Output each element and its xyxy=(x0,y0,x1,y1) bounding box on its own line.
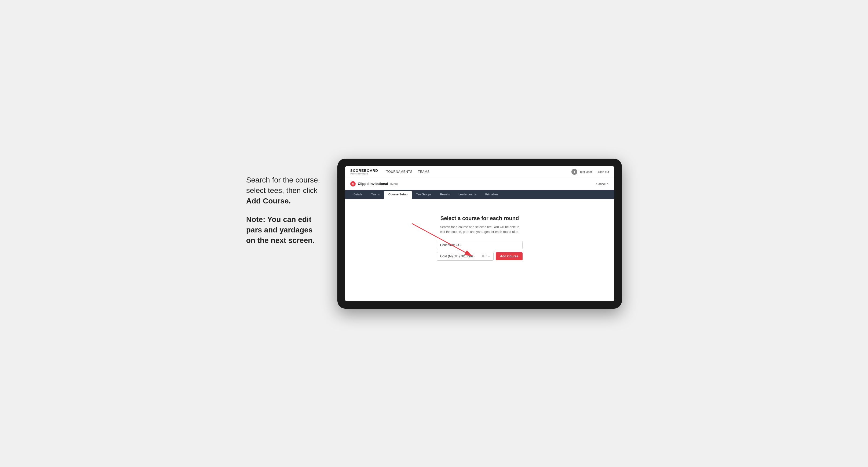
tab-details[interactable]: Details xyxy=(349,190,367,199)
main-content: Select a course for each round Search fo… xyxy=(345,199,614,301)
note-text: Note: You can edit pars and yardages on … xyxy=(246,214,321,246)
add-course-button[interactable]: Add Course xyxy=(496,252,523,260)
tournament-title: C Clippd Invitational (Men) xyxy=(350,181,398,187)
tab-printables[interactable]: Printables xyxy=(481,190,503,199)
section-subtitle: Search for a course and select a tee. Yo… xyxy=(439,225,520,234)
tab-course-setup[interactable]: Course Setup xyxy=(384,191,412,199)
tee-arrow-icon: ⌃⌄ xyxy=(485,254,490,258)
user-area: T Test User | Sign out xyxy=(571,169,609,175)
top-navbar: SCOREBOARD Powered by clippd TOURNAMENTS… xyxy=(345,166,614,178)
cancel-button[interactable]: Cancel ✕ xyxy=(596,182,609,185)
tab-navigation: Details Teams Course Setup Tee Groups Re… xyxy=(345,190,614,199)
tee-select-value: Gold (M) (M) (7010 yds) xyxy=(440,254,474,258)
instruction-text: Search for the course, select tees, then… xyxy=(246,175,321,207)
tee-clear-icon[interactable]: ✕ xyxy=(482,254,484,258)
logo-area: SCOREBOARD Powered by clippd xyxy=(350,168,378,175)
user-name: Test User xyxy=(580,170,592,174)
tournament-header: C Clippd Invitational (Men) Cancel ✕ xyxy=(345,178,614,190)
tab-teams[interactable]: Teams xyxy=(367,190,384,199)
tournament-icon: C xyxy=(350,181,355,187)
nav-links: TOURNAMENTS TEAMS xyxy=(386,170,571,174)
section-title: Select a course for each round xyxy=(440,215,519,221)
tab-results[interactable]: Results xyxy=(436,190,454,199)
sign-out-link[interactable]: Sign out xyxy=(598,170,609,174)
nav-teams[interactable]: TEAMS xyxy=(418,170,430,174)
user-avatar: T xyxy=(571,169,577,175)
tablet-device: SCOREBOARD Powered by clippd TOURNAMENTS… xyxy=(337,159,622,309)
tab-leaderboards[interactable]: Leaderboards xyxy=(454,190,481,199)
nav-tournaments[interactable]: TOURNAMENTS xyxy=(386,170,412,174)
tournament-gender: (Men) xyxy=(390,182,398,185)
tournament-name: Clippd Invitational xyxy=(358,182,388,186)
tablet-screen: SCOREBOARD Powered by clippd TOURNAMENTS… xyxy=(345,166,614,301)
course-search-input[interactable] xyxy=(437,241,523,249)
tee-select-dropdown[interactable]: Gold (M) (M) (7010 yds) ✕ ⌃⌄ xyxy=(437,252,494,260)
sidebar-instructions: Search for the course, select tees, then… xyxy=(246,159,321,254)
tee-select-controls: ✕ ⌃⌄ xyxy=(482,254,490,258)
divider: | xyxy=(595,170,596,174)
logo-subtitle: Powered by clippd xyxy=(350,173,378,175)
tee-selection-row: Gold (M) (M) (7010 yds) ✕ ⌃⌄ Add Course xyxy=(437,252,523,260)
logo-title: SCOREBOARD xyxy=(350,168,378,173)
tab-tee-groups[interactable]: Tee Groups xyxy=(412,190,436,199)
